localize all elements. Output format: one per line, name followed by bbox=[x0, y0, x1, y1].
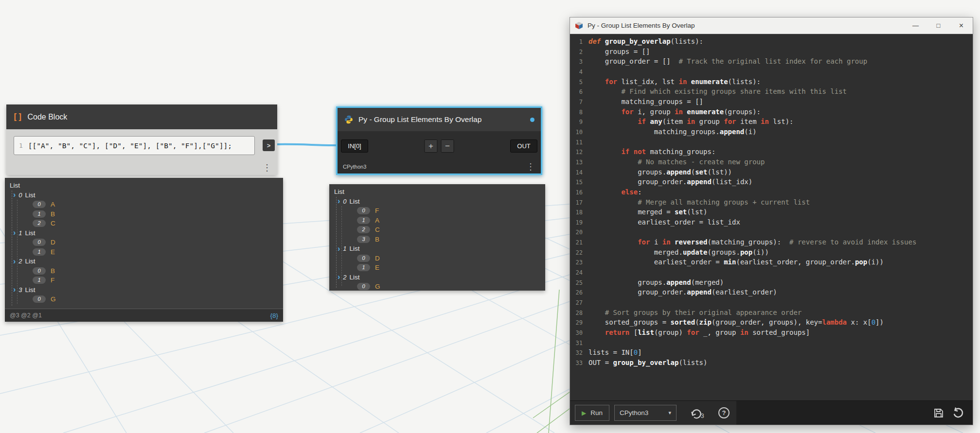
list-item-row: 1F bbox=[5, 276, 283, 285]
code-block-input[interactable]: 1 [["A", "B", "C"], ["D", "E"], ["B", "F… bbox=[14, 136, 255, 155]
node-menu-icon[interactable]: ⋮ bbox=[526, 162, 535, 171]
list-tree: List›0List0F1A2C3B›1List0D1E›2List0G bbox=[329, 184, 545, 291]
python-node[interactable]: Py - Group List Elements By Overlap IN[0… bbox=[336, 106, 542, 175]
python-node-body: IN[0] + − OUT CPython3 ⋮ bbox=[338, 131, 541, 173]
list-label: List bbox=[350, 274, 360, 281]
list-item-value: E bbox=[51, 248, 55, 256]
code-line: 14 groups.append(set(lst)) bbox=[570, 168, 973, 178]
code-line: 10 matching_groups.append(i) bbox=[570, 127, 973, 138]
code-block-preview: List›0List0A1B2C›1List0D1E›2List0B1F›3Li… bbox=[5, 178, 283, 322]
list-item-value: F bbox=[51, 277, 54, 284]
list-item-row: 2C bbox=[329, 225, 545, 235]
minimize-button[interactable]: — bbox=[904, 17, 927, 34]
list-label: List bbox=[350, 198, 360, 205]
index-badge: 0 bbox=[33, 295, 46, 303]
index-badge: 3 bbox=[357, 236, 370, 243]
list-item-row: 1E bbox=[329, 263, 545, 273]
run-label: Run bbox=[590, 409, 603, 416]
list-node-row[interactable]: ›2List bbox=[5, 257, 283, 266]
list-label: List bbox=[25, 229, 36, 237]
engine-selected-value: CPython3 bbox=[620, 409, 648, 416]
code-block-output-port[interactable]: > bbox=[263, 139, 275, 151]
code-line: 26 group_order.append(earliest_order) bbox=[570, 288, 973, 298]
engine-label: CPython3 bbox=[343, 164, 366, 170]
list-node-row[interactable]: ›0List bbox=[329, 197, 545, 207]
code-line: 30 return [list(group) for _, group in s… bbox=[570, 328, 973, 338]
item-count: {8} bbox=[270, 312, 278, 319]
code-block-line-number: 1 bbox=[19, 142, 23, 149]
editor-title-bar[interactable]: Py - Group List Elements By Overlap — □ … bbox=[570, 17, 973, 34]
engine-selector[interactable]: CPython3 ▾ bbox=[614, 405, 677, 421]
expand-chevron-icon[interactable]: › bbox=[13, 191, 16, 199]
code-line: 4 bbox=[570, 67, 973, 77]
code-block-body: 1 [["A", "B", "C"], ["D", "E"], ["B", "F… bbox=[6, 129, 277, 175]
remove-input-button[interactable]: − bbox=[441, 139, 454, 153]
index-badge: 1 bbox=[357, 264, 370, 271]
python-icon bbox=[344, 115, 354, 124]
list-node-row: List bbox=[329, 187, 545, 197]
code-line: 27 bbox=[570, 298, 973, 308]
list-item-row: 0G bbox=[5, 294, 283, 304]
code-block-node[interactable]: [] Code Block 1 [["A", "B", "C"], ["D", … bbox=[6, 104, 277, 175]
list-item-value: B bbox=[375, 236, 379, 243]
list-item-row: 0B bbox=[5, 266, 283, 276]
migration-assistant-icon[interactable]: 3 bbox=[689, 407, 706, 419]
index-badge: 1 bbox=[33, 277, 46, 284]
list-node-row[interactable]: ›3List bbox=[5, 285, 283, 295]
list-index: 0 bbox=[343, 198, 346, 205]
expand-chevron-icon[interactable]: › bbox=[338, 197, 340, 205]
list-label: List bbox=[25, 191, 36, 199]
index-badge: 0 bbox=[357, 283, 370, 290]
list-item-value: D bbox=[51, 239, 55, 246]
maximize-button[interactable]: □ bbox=[927, 17, 950, 34]
list-label: List bbox=[350, 245, 360, 252]
code-line: 33OUT = group_by_overlap(lists) bbox=[570, 358, 973, 368]
node-menu-icon[interactable]: ⋮ bbox=[263, 163, 271, 172]
code-line: 23 earliest_order = min(earliest_order, … bbox=[570, 258, 973, 268]
code-line: 29 sorted_groups = sorted(zip(group_orde… bbox=[570, 318, 973, 328]
editor-window-icon bbox=[575, 21, 583, 30]
list-item-row: 0G bbox=[329, 282, 545, 291]
expand-chevron-icon[interactable]: › bbox=[13, 286, 16, 294]
code-line: 22 merged.update(groups.pop(i)) bbox=[570, 248, 973, 258]
python-node-header[interactable]: Py - Group List Elements By Overlap bbox=[338, 108, 541, 131]
list-label: List bbox=[10, 182, 20, 189]
code-block-header[interactable]: [] Code Block bbox=[6, 104, 277, 129]
list-item-value: C bbox=[375, 226, 380, 233]
revert-icon[interactable] bbox=[948, 403, 968, 423]
add-input-button[interactable]: + bbox=[425, 139, 438, 153]
play-icon: ▶ bbox=[582, 410, 586, 416]
expand-chevron-icon[interactable]: › bbox=[13, 229, 16, 237]
list-item-value: B bbox=[51, 210, 55, 218]
preview-footer: @3 @2 @1 {8} bbox=[5, 309, 283, 322]
index-badge: 0 bbox=[33, 267, 46, 275]
code-line: 20 bbox=[570, 227, 973, 238]
level-filters[interactable]: @3 @2 @1 bbox=[10, 312, 42, 319]
save-icon[interactable] bbox=[929, 403, 948, 423]
close-button[interactable]: × bbox=[950, 17, 973, 34]
expand-chevron-icon[interactable]: › bbox=[338, 245, 340, 253]
code-line: 8 for i, group in enumerate(groups): bbox=[570, 107, 973, 118]
list-node-row[interactable]: ›0List bbox=[5, 191, 283, 200]
list-item-value: D bbox=[375, 255, 380, 262]
list-item-value: E bbox=[375, 264, 379, 271]
run-button[interactable]: ▶ Run bbox=[575, 405, 609, 421]
list-item-row: 0A bbox=[5, 200, 283, 209]
list-node-row[interactable]: ›2List bbox=[329, 273, 545, 282]
output-port-out[interactable]: OUT bbox=[510, 139, 537, 153]
list-item-value: C bbox=[51, 220, 55, 227]
preview-toggle-dot[interactable] bbox=[530, 118, 535, 122]
input-port-in0[interactable]: IN[0] bbox=[341, 139, 368, 153]
python-editor-window[interactable]: Py - Group List Elements By Overlap — □ … bbox=[570, 17, 973, 425]
index-badge: 0 bbox=[33, 239, 46, 246]
code-block-expression[interactable]: [["A", "B", "C"], ["D", "E"], ["B", "F"]… bbox=[28, 142, 232, 150]
list-label: List bbox=[334, 188, 344, 195]
code-editor[interactable]: 1def group_by_overlap(lists):2 groups = … bbox=[570, 35, 973, 400]
list-node-row[interactable]: ›1List bbox=[5, 228, 283, 238]
list-index: 3 bbox=[18, 286, 22, 294]
help-icon[interactable]: ? bbox=[718, 407, 730, 418]
expand-chevron-icon[interactable]: › bbox=[338, 273, 340, 281]
list-label: List bbox=[25, 286, 36, 294]
list-node-row[interactable]: ›1List bbox=[329, 244, 545, 254]
expand-chevron-icon[interactable]: › bbox=[13, 258, 16, 265]
